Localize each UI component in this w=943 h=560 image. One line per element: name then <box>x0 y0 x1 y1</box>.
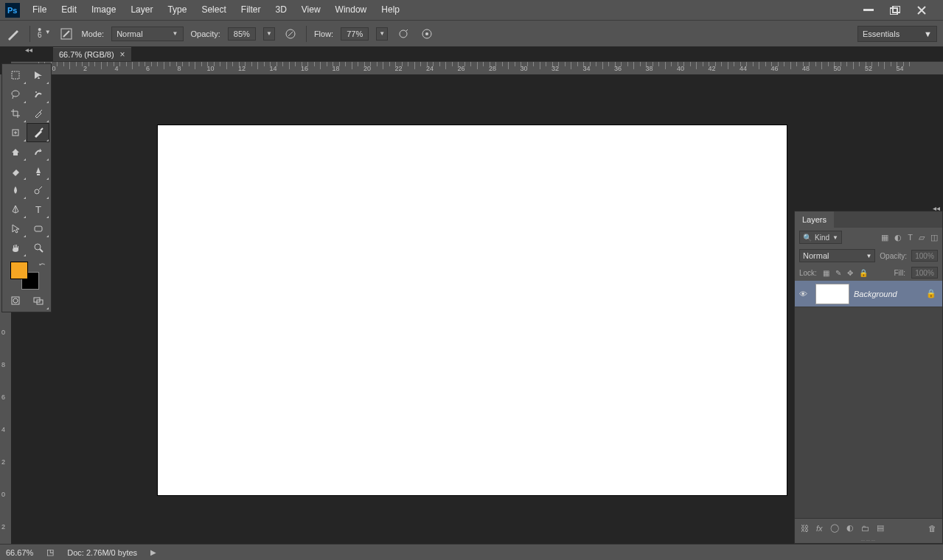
link-layers-icon[interactable]: ⛓ <box>801 524 809 533</box>
clone-stamp-tool[interactable] <box>4 142 27 161</box>
marquee-tool[interactable] <box>27 66 49 85</box>
window-restore-button[interactable] <box>887 4 903 16</box>
menu-select[interactable]: Select <box>194 0 233 20</box>
layer-mask-icon[interactable]: ◯ <box>830 523 839 533</box>
svg-point-18 <box>35 244 41 250</box>
workspace-value: Essentials <box>863 29 899 38</box>
blend-mode-select[interactable]: Normal▼ <box>111 27 183 41</box>
close-icon[interactable]: × <box>120 49 125 60</box>
svg-rect-10 <box>12 71 19 79</box>
pressure-size-icon[interactable] <box>419 26 435 42</box>
workspace-switcher[interactable]: Essentials▼ <box>857 26 937 42</box>
flow-input[interactable]: 77% <box>341 27 369 41</box>
svg-point-14 <box>35 189 39 194</box>
crop-tool[interactable] <box>4 104 27 123</box>
horizontal-ruler[interactable]: 0246810121416182022242628303234363840424… <box>11 61 943 74</box>
layer-fx-icon[interactable]: fx <box>816 524 823 533</box>
layer-visibility-icon[interactable]: 👁 <box>795 290 811 298</box>
quick-mask-icon[interactable] <box>4 291 27 310</box>
swap-colors-icon[interactable]: ⤺ <box>39 260 45 268</box>
menu-view[interactable]: View <box>294 0 328 20</box>
menu-3d[interactable]: 3D <box>268 0 293 20</box>
delete-layer-icon[interactable]: 🗑 <box>928 524 936 533</box>
pressure-opacity-icon[interactable] <box>282 26 299 42</box>
airbrush-icon[interactable] <box>395 26 411 42</box>
menu-window[interactable]: Window <box>328 0 375 20</box>
history-brush-tool[interactable] <box>27 142 49 161</box>
zoom-level[interactable]: 66.67% <box>6 548 33 557</box>
opacity-input[interactable]: 85% <box>228 27 256 41</box>
foreground-color-swatch[interactable] <box>10 262 28 279</box>
blur-tool[interactable] <box>4 181 27 200</box>
lock-image-icon[interactable]: ✎ <box>835 269 841 277</box>
shape-tool[interactable] <box>27 219 49 238</box>
panel-resize-grip[interactable]: ┈┈┈ <box>795 537 942 543</box>
chevron-down-icon: ▼ <box>832 234 838 241</box>
panel-collapse-icon[interactable]: ◂◂ <box>933 204 940 212</box>
doc-info-menu-icon[interactable]: ▶ <box>150 548 156 556</box>
lock-icon[interactable]: 🔒 <box>926 289 936 298</box>
lasso-tool[interactable] <box>4 85 27 104</box>
menu-file[interactable]: File <box>25 0 54 20</box>
layer-item[interactable]: 👁 Background 🔒 <box>795 281 942 307</box>
adjustment-layer-icon[interactable]: ◐ <box>846 523 854 533</box>
filter-smart-icon[interactable]: ◫ <box>930 233 938 242</box>
brush-preset-picker[interactable]: • 6 ▼ <box>38 28 51 40</box>
flow-dropdown[interactable]: ▼ <box>376 27 388 41</box>
document-tab[interactable]: 66.7% (RGB/8) × <box>53 47 131 61</box>
menu-edit[interactable]: Edit <box>54 0 84 20</box>
tool-preset-icon[interactable] <box>6 26 22 42</box>
color-swatches: ⤺ <box>4 260 49 290</box>
panel-tabs: Layers <box>795 211 942 228</box>
menu-type[interactable]: Type <box>160 0 194 20</box>
filter-shape-icon[interactable]: ▱ <box>919 233 925 242</box>
layer-opacity-input[interactable]: 100% <box>911 250 938 262</box>
eyedropper-tool[interactable] <box>27 104 49 123</box>
filter-type-select[interactable]: 🔍 Kind ▼ <box>799 231 842 244</box>
healing-brush-tool[interactable] <box>4 123 27 142</box>
window-close-button[interactable] <box>914 4 930 16</box>
chevron-down-icon: ▼ <box>173 30 178 37</box>
lock-position-icon[interactable]: ✥ <box>847 269 853 277</box>
gradient-tool[interactable] <box>27 161 49 181</box>
filter-type-icon[interactable]: T <box>908 233 913 242</box>
layer-group-icon[interactable]: 🗀 <box>861 524 869 533</box>
window-controls <box>860 4 940 16</box>
new-layer-icon[interactable]: ▤ <box>877 523 884 533</box>
status-preview-icon[interactable]: ◳ <box>46 547 54 557</box>
filter-adjustment-icon[interactable]: ◐ <box>894 233 902 242</box>
type-tool[interactable]: T <box>27 200 49 219</box>
move-tool[interactable] <box>4 66 27 85</box>
brush-tool[interactable] <box>27 123 49 142</box>
hand-tool[interactable] <box>4 238 27 257</box>
filter-pixel-icon[interactable]: ▦ <box>881 233 888 242</box>
layer-fill-input[interactable]: 100% <box>911 267 938 279</box>
quick-selection-tool[interactable] <box>27 85 49 104</box>
ruler-tick-label: 0 <box>1 491 5 498</box>
panel-collapse-icon[interactable]: ◂◂ <box>25 46 32 54</box>
dodge-tool[interactable] <box>27 181 49 200</box>
zoom-tool[interactable] <box>27 238 49 257</box>
menu-help[interactable]: Help <box>374 0 407 20</box>
screen-mode-icon[interactable] <box>27 291 49 310</box>
brush-panel-toggle-icon[interactable] <box>58 26 74 42</box>
layer-thumbnail[interactable] <box>815 284 849 304</box>
path-selection-tool[interactable] <box>4 219 27 238</box>
lock-all-icon[interactable]: 🔒 <box>859 269 868 277</box>
lock-transparency-icon[interactable]: ▦ <box>823 269 829 277</box>
ruler-tick-label: 8 <box>177 65 181 72</box>
opacity-dropdown[interactable]: ▼ <box>263 27 275 41</box>
search-icon: 🔍 <box>803 234 812 242</box>
menu-bar: Ps File Edit Image Layer Type Select Fil… <box>0 0 943 20</box>
eraser-tool[interactable] <box>4 161 27 181</box>
filter-kind-label: Kind <box>815 234 829 242</box>
menu-layer[interactable]: Layer <box>123 0 160 20</box>
doc-info[interactable]: Doc: 2.76M/0 bytes <box>67 548 137 557</box>
layer-blend-mode-select[interactable]: Normal▼ <box>799 249 875 262</box>
pen-tool[interactable] <box>4 200 27 219</box>
layers-tab[interactable]: Layers <box>795 211 834 228</box>
document-canvas[interactable] <box>158 125 787 495</box>
window-minimize-button[interactable] <box>860 4 877 16</box>
menu-filter[interactable]: Filter <box>234 0 268 20</box>
menu-image[interactable]: Image <box>84 0 123 20</box>
